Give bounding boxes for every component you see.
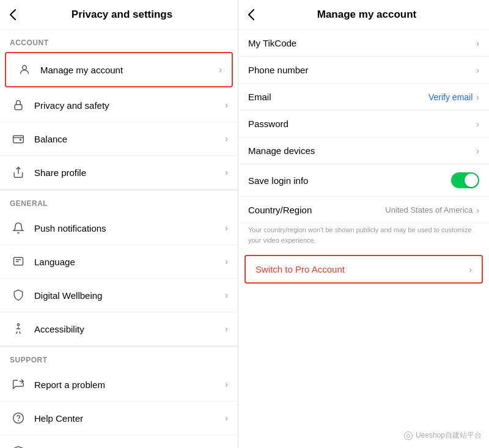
- email-label: Email: [248, 92, 428, 102]
- help-center-label: Help Center: [34, 413, 225, 424]
- my-tikcode-item[interactable]: My TikCode ›: [238, 30, 489, 57]
- digital-wellbeing-label: Digital Wellbeing: [34, 290, 225, 301]
- general-section-label: GENERAL: [0, 191, 238, 211]
- language-icon: [10, 253, 27, 270]
- my-tikcode-label: My TikCode: [248, 38, 476, 48]
- email-chevron: ›: [476, 92, 479, 102]
- email-item[interactable]: Email Verify email ›: [238, 84, 489, 111]
- watermark: Ueeshop自建站平台: [403, 430, 482, 441]
- digital-wellbeing-chevron: ›: [225, 290, 228, 300]
- report-problem-chevron: ›: [225, 380, 228, 389]
- svg-point-5: [17, 324, 19, 326]
- left-panel-title: Privacy and settings: [16, 9, 228, 21]
- accessibility-item[interactable]: Accessibility ›: [0, 312, 238, 346]
- share-profile-label: Share profile: [34, 167, 225, 178]
- svg-point-8: [404, 431, 412, 439]
- push-notifications-chevron: ›: [225, 223, 228, 233]
- language-label: Language: [34, 257, 225, 267]
- switch-pro-label: Switch to Pro Account: [256, 264, 469, 274]
- language-item[interactable]: Language ›: [0, 245, 238, 279]
- left-back-button[interactable]: [10, 9, 16, 20]
- svg-point-0: [23, 65, 27, 70]
- right-header: Manage my account: [238, 0, 489, 30]
- language-chevron: ›: [225, 257, 228, 266]
- switch-pro-item[interactable]: Switch to Pro Account ›: [244, 255, 483, 284]
- save-login-label: Save login info: [248, 175, 451, 186]
- manage-devices-chevron: ›: [476, 146, 479, 156]
- country-region-item[interactable]: Country/Region United States of America …: [238, 197, 489, 224]
- left-panel: Privacy and settings ACCOUNT Manage my a…: [0, 0, 238, 448]
- svg-point-6: [13, 413, 24, 424]
- balance-item[interactable]: Balance ›: [0, 122, 238, 156]
- wallet-icon: [10, 130, 27, 147]
- digital-wellbeing-item[interactable]: Digital Wellbeing ›: [0, 279, 238, 312]
- push-notifications-label: Push notifications: [34, 223, 225, 233]
- balance-label: Balance: [34, 134, 225, 144]
- report-problem-item[interactable]: Report a problem ›: [0, 368, 238, 402]
- save-login-item[interactable]: Save login info: [238, 164, 489, 197]
- accessibility-chevron: ›: [225, 324, 228, 334]
- help-center-item[interactable]: Help Center ›: [0, 402, 238, 435]
- manage-account-label: Manage my account: [40, 65, 219, 75]
- svg-rect-1: [15, 105, 22, 109]
- lock-icon: [10, 97, 27, 114]
- country-region-label: Country/Region: [248, 205, 385, 215]
- right-panel: Manage my account My TikCode › Phone num…: [238, 0, 489, 448]
- svg-rect-2: [13, 136, 24, 143]
- help-icon: [10, 409, 27, 427]
- share-profile-chevron: ›: [225, 167, 228, 177]
- report-problem-label: Report a problem: [34, 380, 225, 390]
- safety-center-item[interactable]: Safety Center ›: [0, 435, 238, 448]
- my-tikcode-chevron: ›: [476, 39, 479, 48]
- balance-chevron: ›: [225, 134, 228, 144]
- accessibility-label: Accessibility: [34, 324, 225, 334]
- privacy-safety-item[interactable]: Privacy and safety ›: [0, 89, 238, 122]
- right-back-button[interactable]: [248, 9, 254, 20]
- shield-icon: [10, 443, 27, 448]
- password-label: Password: [248, 119, 476, 129]
- wellbeing-icon: [10, 287, 27, 304]
- country-region-right: United States of America ›: [385, 205, 479, 215]
- country-region-value: United States of America: [385, 205, 472, 215]
- country-region-note: Your country/region won't be shown publi…: [238, 224, 489, 251]
- accessibility-icon: [10, 320, 27, 337]
- privacy-safety-chevron: ›: [225, 100, 228, 110]
- phone-number-label: Phone number: [248, 65, 476, 75]
- manage-account-chevron: ›: [219, 65, 222, 75]
- share-icon: [10, 164, 27, 181]
- manage-devices-item[interactable]: Manage devices ›: [238, 138, 489, 164]
- country-region-chevron: ›: [476, 205, 479, 215]
- verify-email-link[interactable]: Verify email: [428, 92, 472, 102]
- switch-pro-chevron: ›: [469, 265, 472, 274]
- watermark-text: Ueeshop自建站平台: [416, 430, 482, 441]
- privacy-safety-label: Privacy and safety: [34, 100, 225, 111]
- manage-account-item[interactable]: Manage my account ›: [5, 52, 233, 87]
- left-header: Privacy and settings: [0, 0, 238, 30]
- account-section-label: ACCOUNT: [0, 30, 238, 51]
- bell-icon: [10, 219, 27, 237]
- push-notifications-item[interactable]: Push notifications ›: [0, 211, 238, 245]
- email-right: Verify email ›: [428, 92, 479, 102]
- password-chevron: ›: [476, 119, 479, 129]
- right-panel-title: Manage my account: [254, 9, 479, 21]
- password-item[interactable]: Password ›: [238, 111, 489, 138]
- support-section-label: SUPPORT: [0, 347, 238, 368]
- phone-number-item[interactable]: Phone number ›: [238, 57, 489, 84]
- phone-number-chevron: ›: [476, 65, 479, 75]
- person-icon: [16, 61, 33, 78]
- report-icon: [10, 376, 27, 393]
- manage-devices-label: Manage devices: [248, 145, 476, 156]
- save-login-toggle[interactable]: [451, 172, 479, 188]
- share-profile-item[interactable]: Share profile ›: [0, 156, 238, 189]
- help-center-chevron: ›: [225, 413, 228, 423]
